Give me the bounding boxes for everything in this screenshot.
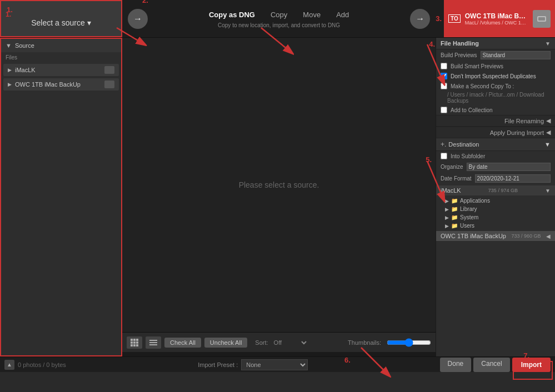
destination-to-label: TO <box>448 14 461 23</box>
folder-library[interactable]: ▶ 📁 Library <box>436 205 555 213</box>
file-renaming-divider[interactable]: File Renaming ◀ <box>436 115 555 127</box>
file-item-name-imac: iMacLK <box>15 67 101 73</box>
file-handling-collapse-icon: ▼ <box>545 41 551 47</box>
preset-select[interactable]: None <box>241 359 308 370</box>
source-header-label: Source <box>15 42 34 49</box>
step1-num: 1. <box>6 11 11 18</box>
top-bar: 1. Select a source ▾ → 2. Copy as DNG Co… <box>0 0 555 38</box>
photos-count: 0 photos / 0 bytes <box>18 361 66 368</box>
import-button[interactable]: Import <box>512 358 551 372</box>
center-area: Please select a source. Check All Unchec… <box>122 38 436 356</box>
folder-icon-applications: 📁 <box>451 198 458 204</box>
preset-label: Import Preset : <box>198 361 238 368</box>
destination-path: MacL/ /Volumes / OWC 1TB iMac BackUp <box>465 20 528 26</box>
dont-import-duplicates-label: Don't Import Suspected Duplicates <box>451 73 536 79</box>
drive-name-owc: OWC 1TB iMac BackUp <box>441 233 506 239</box>
plus-icon: +. <box>441 140 446 148</box>
drive-size-owc: 733 / 960 GB <box>511 233 541 239</box>
mode-add[interactable]: Add <box>334 9 351 20</box>
mode-copy[interactable]: Copy <box>268 9 289 20</box>
cancel-button[interactable]: Cancel <box>473 358 509 372</box>
build-previews-row: Build Previews Standard <box>436 49 555 61</box>
check-all-button[interactable]: Check All <box>164 338 201 348</box>
drive-item-owc[interactable]: OWC 1TB iMac BackUp 733 / 960 GB ◀ <box>436 231 555 241</box>
file-item-name-owc: OWC 1TB iMac BackUp <box>15 81 101 88</box>
folder-arrow-applications: ▶ <box>445 198 449 204</box>
build-smart-previews-checkbox[interactable] <box>441 63 447 69</box>
make-second-copy-row: Make a Second Copy To : <box>436 81 555 91</box>
dont-import-duplicates-checkbox[interactable] <box>441 73 447 79</box>
folder-system[interactable]: ▶ 📁 System <box>436 213 555 222</box>
into-subfolder-label: Into Subfolder <box>451 153 485 159</box>
grid-view-button[interactable] <box>127 336 142 349</box>
file-renaming-label: File Renaming <box>504 118 544 124</box>
into-subfolder-row: Into Subfolder <box>436 151 555 161</box>
done-button[interactable]: Done <box>440 358 472 372</box>
file-handling-title: File Handling <box>441 40 479 47</box>
status-bar: ▲ 0 photos / 0 bytes Import Preset : Non… <box>0 356 555 372</box>
file-item-arrow-icon: ▶ <box>8 67 12 73</box>
file-item-owc[interactable]: ▶ OWC 1TB iMac BackUp <box>3 78 119 91</box>
list-icon <box>149 340 157 345</box>
build-previews-select[interactable]: Standard <box>481 51 551 59</box>
thumbnails-slider[interactable] <box>387 338 431 347</box>
apply-during-import-divider[interactable]: Apply During Import ◀ <box>436 127 555 138</box>
organize-select[interactable]: By date <box>467 163 551 171</box>
folder-name-system: System <box>460 214 478 220</box>
main-content: ▼ Source Files ▶ iMacLK ▶ OWC 1TB iMac B… <box>0 38 555 356</box>
drive-name-imac: iMacLK <box>441 187 461 194</box>
destination-name: OWC 1TB iMac BackUp <box>465 12 528 20</box>
sort-dropdown[interactable]: Off By Date By Name <box>272 339 308 346</box>
mode-move[interactable]: Move <box>301 9 323 20</box>
list-view-button[interactable] <box>146 336 161 349</box>
file-renaming-collapse-icon: ◀ <box>546 117 551 124</box>
source-select-label: Select a source <box>31 18 85 27</box>
dont-import-duplicates-row: Don't Import Suspected Duplicates <box>436 71 555 81</box>
forward-arrow-1[interactable]: → <box>128 9 148 29</box>
import-modes: 2. Copy as DNG Copy Move Add Copy to new… <box>153 9 404 28</box>
folder-name-users: Users <box>460 223 474 229</box>
date-format-select[interactable]: 2020/2020-12-21 <box>475 174 551 183</box>
destination-section-header[interactable]: +. Destination ▼ <box>436 138 555 151</box>
folder-users[interactable]: ▶ 📁 Users <box>436 222 555 230</box>
build-smart-previews-label: Build Smart Previews <box>451 63 503 69</box>
second-copy-path: / Users / imack / Pictur...om / Download… <box>436 91 555 105</box>
date-format-label: Date Format <box>441 175 472 182</box>
folder-applications[interactable]: ▶ 📁 Applications <box>436 197 555 205</box>
build-smart-previews-row: Build Smart Previews <box>436 61 555 71</box>
folder-icon-users: 📁 <box>451 223 458 229</box>
status-expand-button[interactable]: ▲ <box>4 360 14 370</box>
mode-description: Copy to new location, import, and conver… <box>218 22 340 28</box>
build-previews-label: Build Previews <box>441 52 477 58</box>
file-item-imac[interactable]: ▶ iMacLK <box>3 64 119 76</box>
source-select[interactable]: 1. Select a source ▾ <box>0 0 122 37</box>
step2-annotation: 2. <box>142 0 148 4</box>
drive-item-imac[interactable]: iMacLK 735 / 974 GB ▼ <box>436 185 555 195</box>
bottom-scrollbar[interactable] <box>122 352 436 356</box>
date-format-row: Date Format 2020/2020-12-21 <box>436 173 555 184</box>
folder-name-applications: Applications <box>460 198 490 204</box>
file-item-arrow-icon-owc: ▶ <box>8 82 12 87</box>
forward-arrow-2[interactable]: → <box>410 9 430 29</box>
source-select-title: Select a source ▾ <box>31 18 91 27</box>
add-to-collection-checkbox[interactable] <box>441 107 447 113</box>
file-handling-header[interactable]: File Handling ▼ <box>436 38 555 49</box>
sort-label: Sort: <box>255 339 268 346</box>
organize-row: Organize By date <box>436 161 555 173</box>
uncheck-all-button[interactable]: Uncheck All <box>204 338 247 348</box>
right-panel: File Handling ▼ Build Previews Standard … <box>436 38 555 356</box>
file-item-button-owc[interactable] <box>104 81 114 88</box>
apply-during-import-collapse-icon: ◀ <box>546 129 551 136</box>
bottom-toolbar: Check All Uncheck All Sort: Off By Date … <box>122 332 436 352</box>
source-section-header[interactable]: ▼ Source <box>1 39 121 52</box>
file-item-button-imac[interactable] <box>104 66 114 74</box>
destination-selector[interactable]: TO OWC 1TB iMac BackUp MacL/ /Volumes / … <box>444 0 555 37</box>
folder-arrow-library: ▶ <box>445 207 449 212</box>
preset-section: Import Preset : None <box>69 359 437 370</box>
into-subfolder-checkbox[interactable] <box>441 153 447 159</box>
mode-copy-dng[interactable]: Copy as DNG <box>207 9 257 20</box>
step3-annotation: 3. <box>436 14 442 23</box>
grid-icon <box>131 339 138 346</box>
mode-tabs: Copy as DNG Copy Move Add <box>207 9 351 20</box>
make-second-copy-checkbox[interactable] <box>441 83 447 89</box>
